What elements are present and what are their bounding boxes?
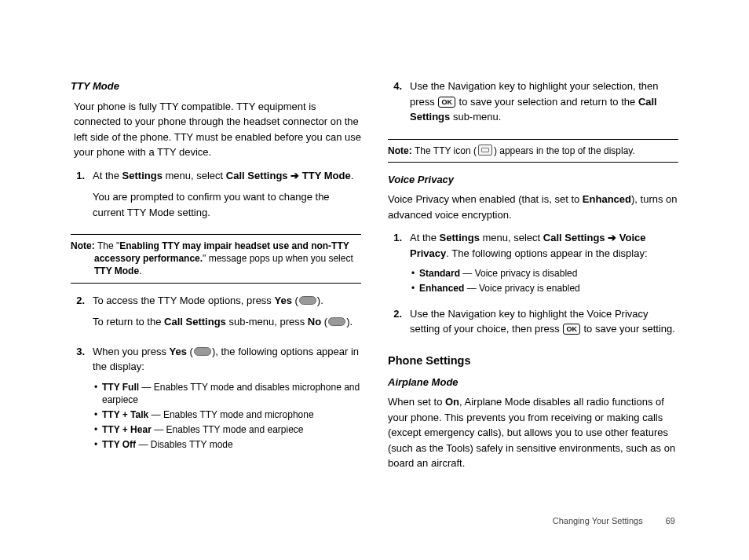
tty-steps-list: 1. At the Settings menu, select Call Set…	[71, 168, 361, 227]
step-2: 2. To access the TTY Mode options, press…	[71, 293, 361, 336]
right-column: 4. Use the Navigation key to highlight y…	[388, 79, 678, 479]
heading-phone-settings: Phone Settings	[388, 353, 678, 370]
option-tty-off: TTY Off — Disables TTY mode	[94, 438, 361, 452]
option-standard: Standard — Voice privacy is disabled	[411, 267, 678, 280]
option-tty-talk: TTY + Talk — Enables TTY mode and microp…	[94, 408, 361, 422]
heading-tty-mode: TTY Mode	[71, 79, 361, 94]
voice-privacy-intro: Voice Privacy when enabled (that is, set…	[388, 192, 678, 222]
vp-step-1-text: At the Settings menu, select Call Settin…	[410, 230, 678, 261]
note-enabling-tty: Note: The "Enabling TTY may impair heads…	[71, 234, 361, 284]
left-column: TTY Mode Your phone is fully TTY compati…	[71, 79, 361, 479]
step-number: 2.	[71, 293, 93, 336]
step-1: 1. At the Settings menu, select Call Set…	[71, 168, 361, 227]
note-label: Note:	[71, 240, 97, 251]
step-3: 3. When you press Yes (), the following …	[71, 344, 361, 455]
step-number: 1.	[71, 168, 93, 227]
vp-step-2: 2. Use the Navigation key to highlight t…	[388, 306, 678, 343]
note-tty-icon: Note: The TTY icon () appears in the top…	[388, 139, 678, 163]
vp-step-1: 1. At the Settings menu, select Call Set…	[388, 230, 678, 298]
step-4-text: Use the Navigation key to highlight your…	[410, 79, 678, 125]
step-1-prompt: You are prompted to confirm you want to …	[93, 189, 361, 220]
note-label: Note:	[388, 145, 415, 156]
step-2-line2: To return to the Call Settings sub-menu,…	[93, 314, 361, 330]
option-tty-hear: TTY + Hear — Enables TTY mode and earpie…	[94, 423, 361, 437]
tty-steps-list-right: 4. Use the Navigation key to highlight y…	[388, 79, 678, 131]
step-number: 3.	[71, 344, 93, 455]
two-column-layout: TTY Mode Your phone is fully TTY compati…	[71, 79, 678, 479]
footer-section-title: Changing Your Settings	[553, 516, 643, 525]
tty-icon	[478, 145, 492, 156]
voice-privacy-options: Standard — Voice privacy is disabled Enh…	[411, 267, 678, 295]
softkey-oval-icon	[194, 347, 211, 356]
step-4: 4. Use the Navigation key to highlight y…	[388, 79, 678, 131]
voice-privacy-steps: 1. At the Settings menu, select Call Set…	[388, 230, 678, 343]
heading-airplane-mode: Airplane Mode	[388, 375, 678, 390]
heading-voice-privacy: Voice Privacy	[388, 172, 678, 188]
vp-step-2-text: Use the Navigation key to highlight the …	[410, 306, 678, 337]
option-tty-full: TTY Full — Enables TTY mode and disables…	[94, 381, 361, 408]
step-2-line1: To access the TTY Mode options, press Ye…	[93, 293, 361, 309]
page-number: 69	[666, 516, 675, 525]
tty-intro-paragraph: Your phone is fully TTY compatible. TTY …	[74, 99, 361, 160]
tty-steps-list-cont: 2. To access the TTY Mode options, press…	[71, 293, 361, 455]
tty-options-list: TTY Full — Enables TTY mode and disables…	[94, 381, 361, 452]
option-enhanced: Enhanced — Voice privacy is enabled	[411, 282, 678, 295]
page-footer: Changing Your Settings 69	[553, 516, 675, 525]
ok-button-icon: OK	[438, 97, 455, 108]
step-number: 4.	[388, 79, 410, 131]
step-3-text: When you press Yes (), the following opt…	[93, 344, 361, 375]
ok-button-icon: OK	[563, 324, 580, 335]
step-1-text: At the Settings menu, select Call Settin…	[93, 168, 361, 184]
softkey-oval-icon	[299, 296, 316, 305]
softkey-oval-icon	[328, 317, 345, 326]
step-number: 1.	[388, 230, 410, 298]
step-number: 2.	[388, 306, 410, 343]
airplane-mode-paragraph: When set to On, Airplane Mode disables a…	[388, 394, 678, 471]
